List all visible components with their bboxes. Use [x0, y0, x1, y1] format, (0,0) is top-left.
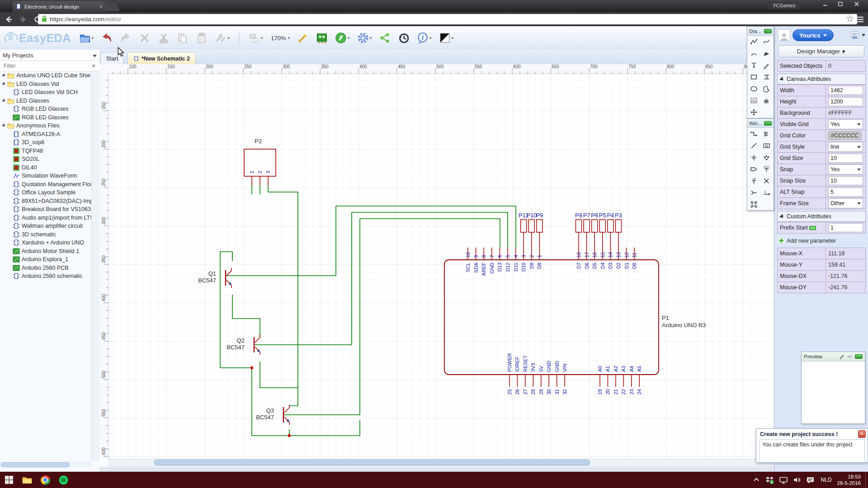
- tab-new-schematic[interactable]: *New Schematic 2: [127, 52, 196, 65]
- design-manager-button[interactable]: Design Manager: [778, 45, 864, 57]
- prefix-start-input[interactable]: [828, 223, 863, 232]
- tree-item-anonymous-files[interactable]: Anonymous Files: [0, 122, 91, 130]
- visible-grid-select[interactable]: Yes: [828, 119, 863, 129]
- draw-dhand-tool[interactable]: [760, 94, 773, 106]
- tree-item-led-glasses[interactable]: LED Glasses: [0, 97, 91, 105]
- frame-size-select[interactable]: Other: [828, 198, 863, 208]
- edit-pencil-icon[interactable]: [839, 353, 845, 360]
- dropbox-tray-icon[interactable]: [763, 472, 777, 488]
- draw-dellipse-tool[interactable]: [747, 83, 760, 94]
- theme-button[interactable]: ▾: [437, 30, 456, 46]
- section-header-canvas-attributes[interactable]: Canvas Attributes: [777, 74, 866, 84]
- draw-drect-tool[interactable]: [747, 71, 760, 83]
- wire-wgnd-tool[interactable]: [747, 151, 760, 163]
- tree-item-89x51-dac0832-dac-imp[interactable]: 89X51+DAC0832(DAC)-Imp: [0, 197, 91, 206]
- add-new-parameter-button[interactable]: Add new parameter: [778, 237, 868, 244]
- projects-header[interactable]: My Projects: [0, 50, 99, 61]
- gear-button[interactable]: ▾: [355, 30, 374, 46]
- wire-wpin-tool[interactable]: 1: [760, 187, 773, 198]
- wire-wvcc-tool[interactable]: VCC: [760, 163, 773, 175]
- draw-dbezier-tool[interactable]: [760, 36, 773, 47]
- align-button[interactable]: ▾: [246, 30, 265, 46]
- wire-w5v-tool[interactable]: +5: [747, 175, 760, 187]
- wire-wnetlabel-tool[interactable]: N: [760, 140, 773, 151]
- alt-snap-input[interactable]: [828, 188, 863, 197]
- tree-item-arduibo-2560-pcb[interactable]: Arduibo 2560 PCB: [0, 264, 91, 272]
- tree-item-led-glasses-vid-sch[interactable]: LED Glasses Vid SCH: [0, 88, 91, 97]
- show-desktop-button[interactable]: [865, 472, 868, 488]
- tree-item-so20l[interactable]: SO20L: [0, 155, 91, 164]
- wire-wbranch-tool[interactable]: [747, 187, 760, 198]
- minimize-preview-icon[interactable]: [855, 354, 863, 359]
- zoom-level-button[interactable]: 170%▾: [268, 30, 292, 46]
- avatar[interactable]: [778, 29, 790, 41]
- notification-close-icon[interactable]: ✕: [858, 430, 866, 438]
- url-text[interactable]: https://easyeda.com/editor: [50, 16, 121, 23]
- draw-darrow-tool[interactable]: [760, 47, 773, 59]
- expand-arrow-icon[interactable]: [2, 123, 6, 128]
- open-button[interactable]: ▾: [77, 30, 96, 46]
- schematic-canvas[interactable]: 1001502002503003504004505005506006507007…: [99, 64, 774, 459]
- dropdown-caret-icon[interactable]: ▾: [348, 36, 350, 40]
- panel-menu-button[interactable]: [850, 31, 865, 39]
- info-button[interactable]: i▾: [415, 30, 434, 46]
- draw-darc-tool[interactable]: [747, 47, 760, 59]
- tree-item-arduino-esplora-1[interactable]: Arduino Esplora_1: [0, 255, 91, 264]
- paste-button[interactable]: [194, 30, 209, 46]
- minimize-palette-icon[interactable]: [764, 29, 772, 33]
- browser-tab[interactable]: Electronic circuit design ✕: [13, 1, 107, 12]
- tree-item-xarduino-arduino-uno[interactable]: Xarduino + Arduino UNO: [0, 239, 91, 247]
- grid-color-swatch[interactable]: #CCCCCC: [828, 131, 861, 140]
- tree-item-simulation-waveform[interactable]: Simulation WaveForm: [0, 172, 91, 180]
- grid-style-select[interactable]: line: [828, 142, 863, 152]
- wire-wbus-tool[interactable]: [760, 128, 773, 140]
- delete-button[interactable]: [137, 30, 152, 46]
- tree-item-audio-amp1-import-from-lts[interactable]: Audio amp1(import from LTS: [0, 214, 91, 222]
- drawing-tools-header[interactable]: Dra...: [747, 27, 774, 36]
- network-tray-icon[interactable]: [777, 472, 790, 488]
- history-button[interactable]: [396, 30, 411, 46]
- draw-dimage-tool[interactable]: [747, 94, 760, 106]
- dropdown-caret-icon[interactable]: ▾: [429, 36, 432, 40]
- new-tab-button[interactable]: [104, 3, 120, 11]
- snap-select[interactable]: Yes: [828, 164, 863, 174]
- draw-dpolyline-tool[interactable]: [747, 36, 760, 47]
- wand-button[interactable]: [295, 30, 311, 46]
- tree-item-dil40[interactable]: DIL40: [0, 164, 91, 172]
- language-indicator[interactable]: NLD: [817, 477, 835, 483]
- minimize-palette-icon[interactable]: [764, 121, 772, 126]
- bookmark-star-icon[interactable]: [846, 15, 854, 23]
- preview-header[interactable]: Preview: [802, 352, 865, 361]
- height-input[interactable]: [828, 97, 863, 106]
- sidebar-horizontal-scrollbar[interactable]: [0, 461, 91, 467]
- browser-menu-icon[interactable]: [856, 16, 866, 24]
- wire-wnc-tool[interactable]: [760, 175, 773, 187]
- redo-button[interactable]: [118, 30, 133, 46]
- tray-expand-icon[interactable]: [750, 472, 763, 488]
- tree-item-rgb-led-glasses[interactable]: RGB LED Glasses: [0, 113, 91, 122]
- dropdown-caret-icon[interactable]: ▾: [92, 36, 94, 40]
- undo-button[interactable]: [99, 30, 114, 46]
- dropdown-caret-icon[interactable]: ▾: [452, 36, 454, 40]
- notification-center-icon[interactable]: [804, 472, 817, 488]
- chrome-taskbar-icon[interactable]: [36, 472, 54, 488]
- tree-item-rgb-led-glasses[interactable]: RGB LED Glasses: [0, 105, 91, 113]
- sidebar-vertical-scrollbar[interactable]: [91, 71, 99, 461]
- window-maximize-button[interactable]: [833, 0, 848, 8]
- snap-size-input[interactable]: [828, 176, 863, 185]
- easyeda-logo[interactable]: EasyEDA: [4, 30, 71, 46]
- back-icon[interactable]: [3, 14, 14, 25]
- cut-button[interactable]: [156, 30, 171, 46]
- dropdown-caret-icon[interactable]: ▾: [227, 36, 230, 40]
- tree-item-arduino-2560-schematic[interactable]: Arduino 2560 schematic: [0, 272, 91, 281]
- forward-icon[interactable]: [17, 14, 29, 25]
- filter-input[interactable]: [3, 62, 90, 70]
- tree-item-quotation-management-flow[interactable]: Quotation Management Flow: [0, 180, 91, 189]
- draw-dpie-tool[interactable]: [760, 83, 773, 94]
- draw-dtext-tool[interactable]: T: [747, 59, 760, 71]
- expand-arrow-icon[interactable]: [2, 82, 6, 86]
- tree-item-tqfp48[interactable]: TQFP48: [0, 147, 91, 155]
- start-button-icon[interactable]: [0, 472, 18, 488]
- scrollbar-thumb[interactable]: [154, 460, 590, 465]
- wire-wline-tool[interactable]: [747, 140, 760, 151]
